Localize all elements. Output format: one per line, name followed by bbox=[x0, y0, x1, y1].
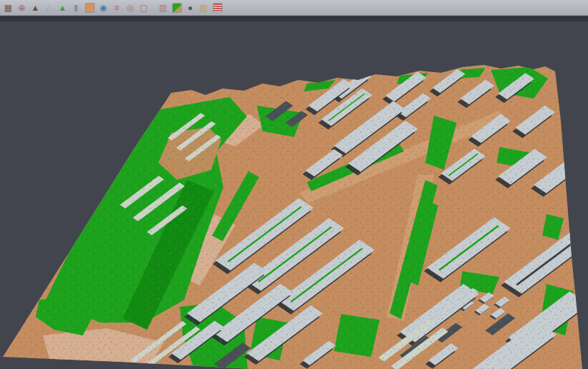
rect-selection-icon[interactable]: ▢ bbox=[138, 1, 150, 14]
terrain-mesh bbox=[0, 0, 588, 369]
toolbar: ▩⊕▲∴▲▮◉≡◎▢▨●▤ bbox=[0, 0, 588, 16]
classification-icon[interactable] bbox=[171, 1, 183, 14]
scene-svg[interactable] bbox=[0, 0, 588, 369]
dem-surface-icon[interactable]: ▲ bbox=[29, 1, 41, 14]
layer-list-icon[interactable]: ≡ bbox=[111, 1, 123, 14]
open-project-icon[interactable]: ▩ bbox=[2, 1, 14, 14]
grid-overlay-icon[interactable]: ▨ bbox=[157, 1, 169, 14]
target-circle-icon[interactable]: ◎ bbox=[124, 1, 136, 14]
camera-icon[interactable]: ● bbox=[184, 1, 196, 14]
profile-view-icon[interactable]: ▮ bbox=[70, 1, 82, 14]
scatter-vegetation bbox=[0, 0, 588, 369]
viewport-3d[interactable] bbox=[0, 0, 588, 369]
orthophoto-icon[interactable] bbox=[83, 1, 96, 14]
terrain-model-icon[interactable]: ▲ bbox=[56, 1, 69, 14]
flag-lines-icon[interactable] bbox=[211, 1, 223, 14]
globe-icon[interactable]: ◉ bbox=[97, 1, 109, 14]
toolbar-shadow bbox=[0, 16, 588, 21]
center-view-icon[interactable]: ⊕ bbox=[16, 1, 28, 14]
measure-icon[interactable]: ▤ bbox=[198, 1, 210, 14]
point-cloud-icon[interactable]: ∴ bbox=[43, 1, 55, 14]
